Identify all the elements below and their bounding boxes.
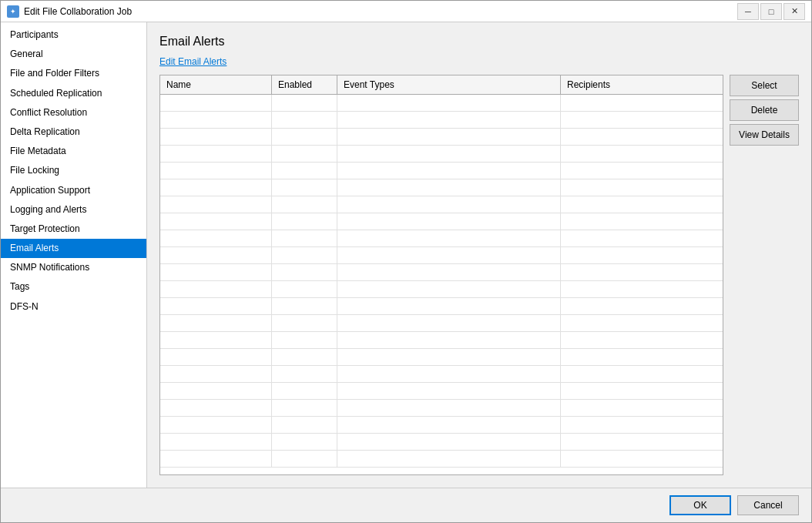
table-cell	[272, 434, 337, 450]
table-row[interactable]	[160, 434, 723, 451]
sidebar-item-delta-replication[interactable]: Delta Replication	[1, 122, 146, 142]
table-cell	[160, 95, 272, 111]
table-row[interactable]	[160, 146, 723, 163]
table-cell	[561, 451, 723, 467]
table-cell	[160, 129, 272, 145]
table-cell	[160, 281, 272, 297]
table-cell	[561, 264, 723, 280]
table-cell	[337, 366, 561, 382]
sidebar: ParticipantsGeneralFile and Folder Filte…	[1, 22, 147, 488]
table-cell	[337, 281, 561, 297]
delete-button[interactable]: Delete	[730, 99, 799, 121]
table-cell	[272, 129, 337, 145]
window-icon: ✦	[7, 5, 19, 18]
table-cell	[561, 95, 723, 111]
table-row[interactable]	[160, 400, 723, 417]
table-cell	[561, 112, 723, 128]
table-row[interactable]	[160, 264, 723, 281]
table-cell	[561, 247, 723, 263]
table-row[interactable]	[160, 366, 723, 383]
table-cell	[561, 129, 723, 145]
table-cell	[160, 451, 272, 467]
window-title: Edit File Collaboration Job	[24, 6, 737, 17]
table-cell	[160, 146, 272, 162]
table-cell	[561, 434, 723, 450]
table-header: NameEnabledEvent TypesRecipients	[160, 75, 723, 95]
table-row[interactable]	[160, 281, 723, 298]
cancel-button[interactable]: Cancel	[737, 495, 799, 515]
table-row[interactable]	[160, 112, 723, 129]
table-row[interactable]	[160, 451, 723, 468]
table-row[interactable]	[160, 349, 723, 366]
sidebar-item-email-alerts[interactable]: Email Alerts	[1, 239, 146, 258]
table-row[interactable]	[160, 315, 723, 332]
content-area: ParticipantsGeneralFile and Folder Filte…	[1, 22, 811, 488]
sidebar-item-tags[interactable]: Tags	[1, 277, 146, 297]
table-cell	[272, 281, 337, 297]
table-body	[160, 95, 723, 474]
table-cell	[337, 434, 561, 450]
col-header-name: Name	[160, 75, 272, 94]
table-cell	[337, 129, 561, 145]
sidebar-item-general[interactable]: General	[1, 45, 146, 64]
table-and-buttons: NameEnabledEvent TypesRecipients Select …	[159, 75, 799, 475]
col-header-event-types: Event Types	[337, 75, 561, 94]
sidebar-item-conflict-resolution[interactable]: Conflict Resolution	[1, 103, 146, 122]
table-cell	[561, 383, 723, 399]
table-row[interactable]	[160, 196, 723, 213]
table-cell	[337, 112, 561, 128]
sidebar-item-participants[interactable]: Participants	[1, 25, 146, 45]
sidebar-item-application-support[interactable]: Application Support	[1, 181, 146, 200]
table-row[interactable]	[160, 163, 723, 179]
sidebar-item-dfs-n[interactable]: DFS-N	[1, 297, 146, 317]
table-cell	[160, 383, 272, 399]
table-cell	[337, 146, 561, 162]
table-cell	[272, 230, 337, 246]
table-cell	[337, 332, 561, 348]
table-cell	[337, 230, 561, 246]
table-row[interactable]	[160, 129, 723, 146]
maximize-button[interactable]: □	[760, 3, 782, 20]
sidebar-item-file-locking[interactable]: File Locking	[1, 161, 146, 180]
sidebar-item-file-metadata[interactable]: File Metadata	[1, 142, 146, 161]
table-cell	[561, 213, 723, 230]
select-button[interactable]: Select	[730, 75, 799, 96]
table-row[interactable]	[160, 332, 723, 349]
table-cell	[561, 179, 723, 196]
table-row[interactable]	[160, 230, 723, 247]
table-cell	[272, 400, 337, 416]
sidebar-item-snmp-notifications[interactable]: SNMP Notifications	[1, 258, 146, 277]
table-cell	[272, 332, 337, 348]
close-button[interactable]: ✕	[783, 3, 805, 20]
sidebar-item-target-protection[interactable]: Target Protection	[1, 220, 146, 239]
edit-email-alerts-link[interactable]: Edit Email Alerts	[159, 56, 799, 67]
table-cell	[337, 315, 561, 331]
sidebar-item-scheduled-replication[interactable]: Scheduled Replication	[1, 84, 146, 103]
table-cell	[160, 213, 272, 230]
table-cell	[561, 298, 723, 314]
title-bar: ✦ Edit File Collaboration Job ─ □ ✕	[1, 1, 811, 22]
view-details-button[interactable]: View Details	[730, 124, 799, 146]
panel-title: Email Alerts	[159, 35, 799, 49]
table-cell	[561, 400, 723, 416]
sidebar-item-logging-and-alerts[interactable]: Logging and Alerts	[1, 200, 146, 220]
table-row[interactable]	[160, 179, 723, 196]
table-row[interactable]	[160, 213, 723, 230]
table-cell	[561, 281, 723, 297]
table-row[interactable]	[160, 95, 723, 112]
table-cell	[561, 349, 723, 365]
table-cell	[337, 179, 561, 196]
table-row[interactable]	[160, 247, 723, 264]
ok-button[interactable]: OK	[669, 495, 731, 515]
sidebar-item-file-folder-filters[interactable]: File and Folder Filters	[1, 64, 146, 83]
table-cell	[160, 230, 272, 246]
table-cell	[337, 264, 561, 280]
minimize-button[interactable]: ─	[737, 3, 759, 20]
table-cell	[337, 417, 561, 433]
table-cell	[337, 95, 561, 111]
table-row[interactable]	[160, 417, 723, 434]
table-cell	[272, 349, 337, 365]
table-row[interactable]	[160, 383, 723, 400]
table-cell	[160, 196, 272, 213]
table-row[interactable]	[160, 298, 723, 315]
